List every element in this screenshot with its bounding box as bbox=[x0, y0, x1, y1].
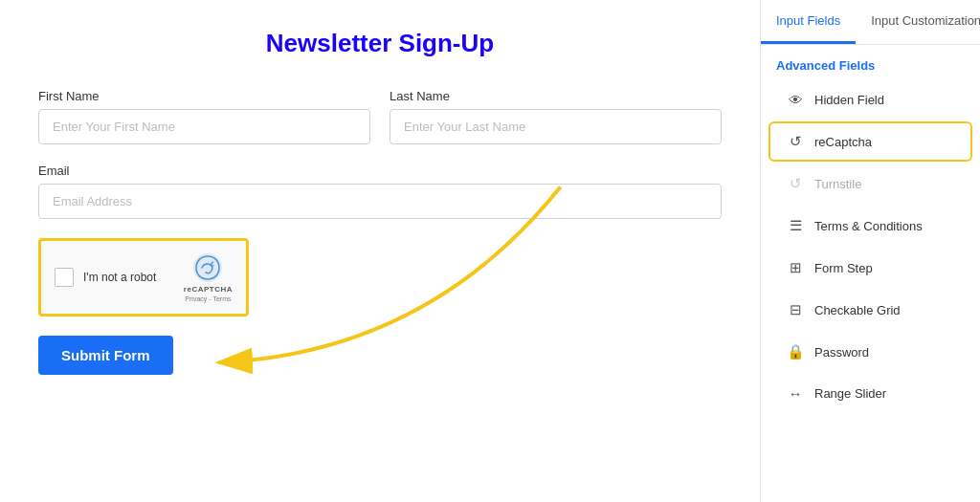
email-input[interactable] bbox=[38, 184, 722, 219]
panel-item-icon-6: 🔒 bbox=[786, 343, 805, 360]
email-label: Email bbox=[38, 164, 722, 178]
panel-item-icon-1: ↺ bbox=[786, 133, 805, 150]
first-name-field: First Name bbox=[38, 89, 370, 144]
panel-item-icon-2: ↺ bbox=[786, 175, 805, 192]
panel-item-label-2: Turnstile bbox=[814, 177, 861, 191]
panel-item-form-step[interactable]: ⊞Form Step bbox=[768, 248, 972, 288]
first-name-label: First Name bbox=[38, 89, 370, 103]
recaptcha-links-text: Privacy - Terms bbox=[185, 295, 231, 302]
panel-item-label-3: Terms & Conditions bbox=[814, 219, 923, 233]
svg-point-0 bbox=[193, 253, 222, 282]
last-name-label: Last Name bbox=[390, 89, 722, 103]
panel-item-range-slider[interactable]: ↔Range Slider bbox=[768, 374, 972, 413]
email-row: Email bbox=[38, 164, 722, 219]
recaptcha-left: I'm not a robot bbox=[55, 268, 156, 287]
panel-item-icon-5: ⊟ bbox=[786, 301, 805, 318]
recaptcha-logo-icon bbox=[192, 252, 223, 283]
panel-item-hidden-field[interactable]: 👁Hidden Field bbox=[768, 80, 972, 120]
panel-item-turnstile[interactable]: ↺Turnstile bbox=[768, 164, 972, 204]
last-name-input[interactable] bbox=[390, 109, 722, 144]
last-name-field: Last Name bbox=[390, 89, 722, 144]
tabs-header: Input Fields Input Customization bbox=[761, 0, 980, 45]
panel-item-label-5: Checkable Grid bbox=[814, 303, 901, 317]
advanced-fields-title: Advanced Fields bbox=[761, 45, 980, 80]
right-panel: Input Fields Input Customization Advance… bbox=[760, 0, 980, 502]
email-field: Email bbox=[38, 164, 722, 219]
first-name-input[interactable] bbox=[38, 109, 370, 144]
panel-item-icon-7: ↔ bbox=[786, 385, 805, 402]
panel-item-label-4: Form Step bbox=[814, 261, 873, 275]
tab-input-fields[interactable]: Input Fields bbox=[761, 0, 856, 44]
recaptcha-checkbox[interactable] bbox=[55, 268, 74, 287]
panel-item-recaptcha[interactable]: ↺reCaptcha bbox=[768, 121, 972, 162]
recaptcha-brand-text: reCAPTCHA bbox=[184, 285, 233, 294]
panel-item-checkable-grid[interactable]: ⊟Checkable Grid bbox=[768, 290, 972, 330]
panel-item-label-6: Password bbox=[814, 345, 869, 360]
panel-item-password[interactable]: 🔒Password bbox=[768, 332, 972, 372]
panel-item-icon-4: ⊞ bbox=[786, 259, 805, 276]
form-area: Newsletter Sign-Up First Name Last Name … bbox=[0, 0, 760, 502]
panel-item-label-7: Range Slider bbox=[814, 386, 886, 401]
panel-item-icon-0: 👁 bbox=[786, 92, 805, 108]
recaptcha-widget[interactable]: I'm not a robot reCAPTCHA Privacy - Term… bbox=[38, 238, 249, 316]
name-row: First Name Last Name bbox=[38, 89, 722, 144]
panel-item-terms---conditions[interactable]: ☰Terms & Conditions bbox=[768, 206, 972, 246]
recaptcha-label: I'm not a robot bbox=[83, 271, 156, 284]
recaptcha-right: reCAPTCHA Privacy - Terms bbox=[184, 252, 233, 302]
panel-items-list: 👁Hidden Field↺reCaptcha↺Turnstile☰Terms … bbox=[761, 80, 980, 415]
panel-item-icon-3: ☰ bbox=[786, 217, 805, 234]
panel-item-label-1: reCaptcha bbox=[814, 135, 872, 149]
tab-input-customization[interactable]: Input Customization bbox=[856, 0, 980, 44]
panel-item-label-0: Hidden Field bbox=[814, 93, 884, 107]
submit-button[interactable]: Submit Form bbox=[38, 336, 173, 375]
form-title: Newsletter Sign-Up bbox=[38, 29, 722, 58]
